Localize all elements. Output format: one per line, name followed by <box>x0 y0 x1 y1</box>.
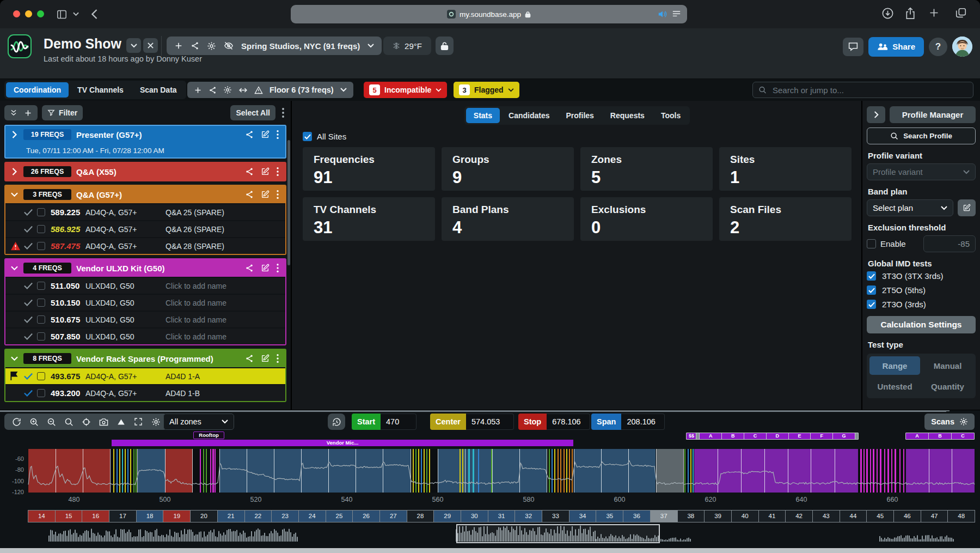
test-type-manual[interactable]: Manual <box>922 356 973 375</box>
tv-channel-32[interactable]: 32 <box>515 511 542 522</box>
tv-channel-38[interactable]: 38 <box>678 511 705 522</box>
tv-channel-40[interactable]: 40 <box>732 511 759 522</box>
feedback-button[interactable] <box>843 38 863 56</box>
tv-channel-39[interactable]: 39 <box>705 511 732 522</box>
floor-selector-chevron-icon[interactable] <box>340 88 347 92</box>
floor-selector-label[interactable]: Floor 6 (73 freqs) <box>270 86 334 94</box>
imd-2t5o-checkbox[interactable] <box>867 285 876 295</box>
filter-button[interactable]: Filter <box>42 105 83 120</box>
zone-bar-vendor-mic[interactable]: Vendor Mic... <box>112 440 574 446</box>
tab-requests[interactable]: Requests <box>603 108 652 123</box>
tv-channel-33[interactable]: 33 <box>542 511 569 522</box>
tv-channel-42[interactable]: 42 <box>786 511 813 522</box>
chevron-right-icon[interactable] <box>10 168 19 175</box>
channel-name[interactable]: Q&A 28 (SPARE) <box>166 242 285 251</box>
site-selector-label[interactable]: Spring Studios, NYC (91 freqs) <box>241 41 360 51</box>
group-share-icon[interactable] <box>245 130 254 139</box>
collapse-all-icon[interactable] <box>10 109 17 117</box>
zones-select[interactable]: All zones <box>163 414 234 430</box>
tv-channel-24[interactable]: 24 <box>299 511 326 522</box>
zoom-out-icon[interactable] <box>44 415 59 429</box>
history-button[interactable] <box>328 414 345 430</box>
tv-channel-21[interactable]: 21 <box>218 511 245 522</box>
share-button[interactable]: Share <box>868 37 924 57</box>
window-close-button[interactable] <box>13 10 20 17</box>
group-edit-icon[interactable] <box>261 190 270 199</box>
channel-name-placeholder[interactable]: Click to add name <box>166 332 285 341</box>
add-group-icon[interactable] <box>24 109 32 117</box>
tv-channel-37[interactable]: 37 <box>651 511 678 522</box>
enable-threshold-checkbox[interactable] <box>867 239 876 248</box>
site-settings-gear-icon[interactable] <box>207 41 216 51</box>
show-selector-chevron-button[interactable] <box>126 38 141 53</box>
row-checkbox[interactable] <box>37 225 45 233</box>
tab-tools[interactable]: Tools <box>653 108 688 123</box>
share-macos-icon[interactable] <box>905 7 916 20</box>
address-bar[interactable]: my.soundbase.app <box>291 5 687 23</box>
chevron-down-icon[interactable] <box>10 356 19 361</box>
chevron-down-icon[interactable] <box>10 192 19 197</box>
add-floor-icon[interactable] <box>194 86 202 94</box>
frequency-row[interactable]: 510.675 ULXD4D, G50 Click to add name <box>5 311 285 327</box>
panel-menu-button[interactable] <box>280 108 286 118</box>
tab-stats[interactable]: Stats <box>466 108 500 123</box>
floor-settings-gear-icon[interactable] <box>223 86 232 94</box>
tv-channel-34[interactable]: 34 <box>569 511 597 522</box>
chevron-right-icon[interactable] <box>10 131 19 138</box>
tab-profiles[interactable]: Profiles <box>559 108 602 123</box>
warning-triangle-icon[interactable] <box>254 86 263 94</box>
group-qa-g57[interactable]: 3 FREQS Q&A (G57+) 589.225 AD4Q-A, G57+ … <box>4 185 286 255</box>
span-value[interactable]: 208.106 <box>621 414 665 430</box>
imd-3t3o-checkbox[interactable] <box>867 271 876 281</box>
channel-name[interactable]: AD4D 1-B <box>166 389 285 398</box>
calculation-settings-button[interactable]: Calculation Settings <box>867 316 976 333</box>
row-checkbox[interactable] <box>37 389 45 397</box>
tv-channel-15[interactable]: 15 <box>56 511 83 522</box>
frequency-row[interactable]: 587.475 AD4Q-A, G57+ Q&A 28 (SPARE) <box>5 237 285 254</box>
group-vendor-ulxd[interactable]: 4 FREQS Vendor ULXD Kit (G50) 511.050 UL… <box>4 258 286 345</box>
group-edit-icon[interactable] <box>261 167 270 176</box>
site-selector-chevron-icon[interactable] <box>367 44 374 48</box>
all-sites-checkbox[interactable] <box>303 132 312 141</box>
edit-band-plan-button[interactable] <box>958 199 976 216</box>
test-type-quantity[interactable]: Quantity <box>922 377 973 396</box>
spectrum-settings-gear-icon[interactable] <box>148 415 163 429</box>
band-plan-select[interactable]: Select plan <box>867 199 953 216</box>
browser-back-button[interactable] <box>87 8 101 21</box>
channel-name-placeholder[interactable]: Click to add name <box>166 315 285 324</box>
row-checkbox[interactable] <box>37 282 45 290</box>
flagged-dropdown[interactable]: 3 Flagged <box>454 82 519 98</box>
new-tab-icon[interactable] <box>928 7 940 19</box>
tv-channel-17[interactable]: 17 <box>109 511 137 522</box>
row-checkbox[interactable] <box>37 315 45 324</box>
tv-channel-26[interactable]: 26 <box>353 511 380 522</box>
window-zoom-button[interactable] <box>37 10 44 17</box>
tv-channel-20[interactable]: 20 <box>191 511 218 522</box>
search-input[interactable] <box>771 85 967 95</box>
user-avatar[interactable] <box>952 37 972 57</box>
scans-button[interactable]: Scans <box>924 414 975 430</box>
tv-channel-27[interactable]: 27 <box>380 511 407 522</box>
test-type-range[interactable]: Range <box>869 356 920 375</box>
group-share-icon[interactable] <box>245 190 254 199</box>
collapse-sidebar-button[interactable] <box>867 106 885 123</box>
row-checkbox[interactable] <box>37 372 45 380</box>
search-region-icon[interactable] <box>61 415 76 429</box>
group-kebab-icon[interactable] <box>277 264 279 272</box>
tab-candidates[interactable]: Candidates <box>501 108 557 123</box>
frequency-row[interactable]: 586.925 AD4Q-A, G57+ Q&A 26 (SPARE) <box>5 220 285 237</box>
tv-channel-16[interactable]: 16 <box>82 511 109 522</box>
camera-icon[interactable] <box>96 415 111 429</box>
tab-scan-data[interactable]: Scan Data <box>132 82 185 98</box>
channel-name[interactable]: Q&A 25 (SPARE) <box>166 208 285 217</box>
group-presenter[interactable]: 19 FREQS Presenter (G57+) Tue, 07/11 12:… <box>4 125 286 159</box>
tv-channel-23[interactable]: 23 <box>272 511 299 522</box>
fullscreen-icon[interactable] <box>131 415 146 429</box>
zoom-in-icon[interactable] <box>26 415 41 429</box>
tv-channel-46[interactable]: 46 <box>894 511 921 522</box>
tab-tv-channels[interactable]: TV Channels <box>70 82 131 98</box>
lock-show-button[interactable] <box>436 37 454 55</box>
tv-channel-31[interactable]: 31 <box>488 511 516 522</box>
channel-name-placeholder[interactable]: Click to add name <box>166 282 285 290</box>
window-minimize-button[interactable] <box>25 10 32 17</box>
